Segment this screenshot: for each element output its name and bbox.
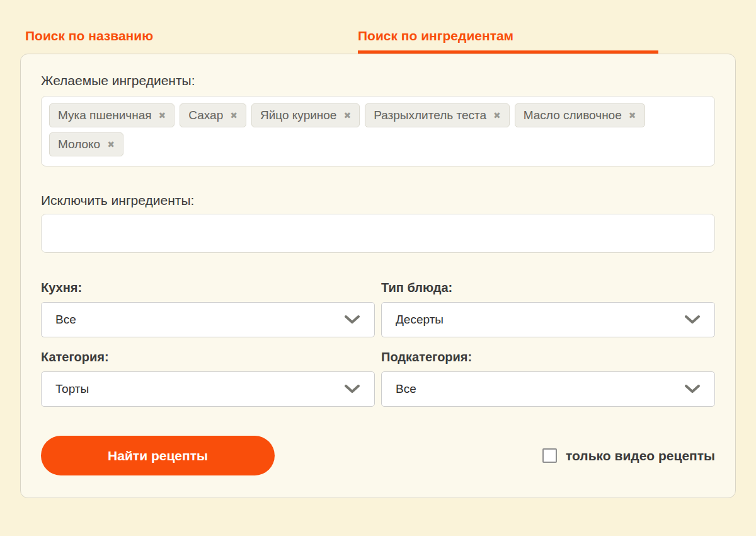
subcategory-selected-value: Все [396,382,416,396]
ingredient-tag-label: Молоко [58,137,100,151]
filters-grid: Кухня: Все Тип блюда: Десерты Категория:… [41,281,715,407]
cuisine-select[interactable]: Все [41,302,375,337]
category-filter: Категория: Торты [41,350,375,407]
video-only-checkbox[interactable] [542,448,557,463]
remove-tag-icon[interactable]: ✖ [343,111,351,120]
dish-type-select[interactable]: Десерты [381,302,715,337]
category-label: Категория: [41,350,375,364]
ingredient-tag: Мука пшеничная ✖ [49,103,175,127]
desired-ingredients-label: Желаемые ингредиенты: [41,73,715,88]
dish-type-filter: Тип блюда: Десерты [381,281,715,337]
remove-tag-icon[interactable]: ✖ [159,111,166,120]
ingredient-tag-label: Яйцо куриное [260,108,336,122]
dish-type-label: Тип блюда: [381,281,715,295]
subcategory-label: Подкатегория: [381,350,715,364]
category-selected-value: Торты [55,382,89,396]
ingredient-tag: Сахар ✖ [180,103,246,127]
ingredient-tag-label: Масло сливочное [524,108,622,122]
subcategory-select[interactable]: Все [381,371,715,407]
dish-type-selected-value: Десерты [396,313,444,327]
category-select[interactable]: Торты [41,371,375,407]
exclude-ingredients-input[interactable] [41,214,715,253]
remove-tag-icon[interactable]: ✖ [629,111,636,120]
remove-tag-icon[interactable]: ✖ [230,111,238,120]
actions-row: Найти рецепты только видео рецепты [41,436,715,475]
video-only-label: только видео рецепты [566,448,715,463]
tab-search-by-ingredients[interactable]: Поиск по ингредиентам [358,28,658,54]
video-only-option: только видео рецепты [542,448,715,463]
ingredient-tag: Яйцо куриное ✖ [251,103,360,127]
ingredient-tag-label: Сахар [188,108,223,122]
search-tabs: Поиск по названию Поиск по ингредиентам [25,28,756,54]
subcategory-filter: Подкатегория: Все [381,350,715,407]
chevron-down-icon [684,384,701,394]
ingredient-tag-label: Разрыхлитель теста [374,108,486,122]
tab-search-by-name[interactable]: Поиск по названию [25,28,358,54]
ingredient-tag: Разрыхлитель теста ✖ [365,103,510,127]
find-recipes-button[interactable]: Найти рецепты [41,436,275,475]
desired-ingredients-input[interactable]: Мука пшеничная ✖ Сахар ✖ Яйцо куриное ✖ … [41,96,715,166]
cuisine-label: Кухня: [41,281,375,295]
exclude-ingredients-label: Исключить ингредиенты: [41,193,715,208]
cuisine-filter: Кухня: Все [41,281,375,337]
ingredient-tag: Молоко ✖ [49,132,123,156]
chevron-down-icon [684,315,701,325]
ingredient-search-panel: Желаемые ингредиенты: Мука пшеничная ✖ С… [20,54,736,498]
ingredient-tag-label: Мука пшеничная [58,108,152,122]
cuisine-selected-value: Все [55,313,76,327]
ingredient-tag: Масло сливочное ✖ [515,103,645,127]
remove-tag-icon[interactable]: ✖ [493,111,501,120]
chevron-down-icon [344,315,360,325]
remove-tag-icon[interactable]: ✖ [107,140,115,149]
chevron-down-icon [344,384,360,394]
